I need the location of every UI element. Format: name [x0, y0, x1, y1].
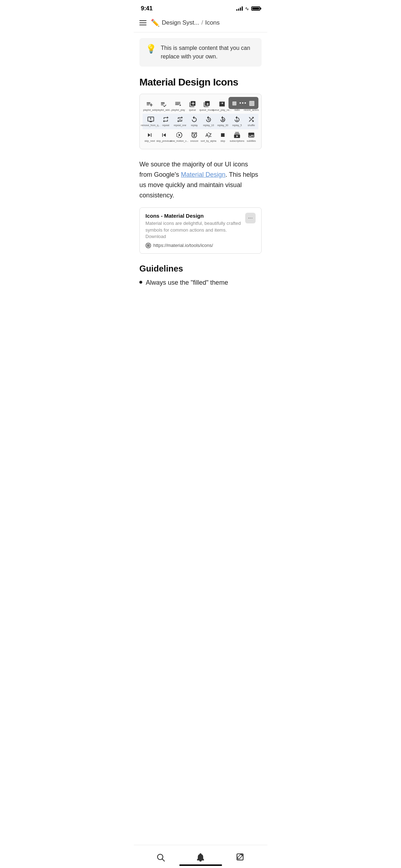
icon-stop: stop	[216, 131, 230, 143]
status-bar: 9:41 ∿	[134, 0, 267, 15]
icon-repeat: repeat	[159, 116, 173, 127]
material-design-link[interactable]: Material Design	[181, 171, 225, 178]
battery-icon	[251, 6, 260, 11]
info-emoji: 💡	[146, 44, 156, 54]
icon-replay-30: replay_30	[216, 116, 230, 127]
icon-remove-from-queue: remove_from_q...	[143, 116, 159, 127]
guidelines-heading: Guidelines	[139, 264, 262, 274]
link-card[interactable]: Icons - Material Design Material icons a…	[139, 207, 262, 254]
icon-skip-next: skip_next	[143, 131, 157, 143]
icon-subscriptions: subscriptions	[230, 131, 244, 143]
link-card-more-button[interactable]: ···	[245, 213, 256, 223]
icon-queue-play-next: queue_play_ne...	[214, 100, 230, 112]
info-text: This is sample content that you can repl…	[161, 44, 255, 61]
icon-sort-by-alpha: sort_by_alpha	[201, 131, 216, 143]
icon-row-2: remove_from_q... repeat repeat_one repla…	[143, 114, 258, 129]
guidelines-item-1: Always use the "filled" theme	[139, 278, 262, 288]
body-text: We source the majority of our UI icons f…	[139, 159, 262, 200]
icon-repeat-one: repeat_one	[173, 116, 187, 127]
link-card-content: Icons - Material Design Material icons a…	[145, 213, 245, 248]
icon-playlist-add: playlist_add	[143, 100, 157, 112]
breadcrumb-separator: /	[201, 19, 203, 26]
icon-playlist-add-check: playlist_add...	[157, 100, 171, 112]
link-card-url: https://material.io/tools/icons/	[145, 243, 245, 248]
status-icons: ∿	[236, 6, 260, 11]
icon-replay: replay	[187, 116, 201, 127]
guidelines-item-text: Always use the "filled" theme	[146, 278, 228, 288]
icon-replay-10: replay_10	[201, 116, 216, 127]
breadcrumb-current-page: Icons	[205, 19, 220, 26]
app-icon: ✏️	[151, 19, 160, 27]
nav-header: ✏️ Design Syst... / Icons	[134, 15, 267, 32]
link-card-description: Material icons are delightful, beautiful…	[145, 220, 245, 240]
icon-queue: queue	[185, 100, 200, 112]
link-card-title: Icons - Material Design	[145, 213, 245, 219]
icons-grid-box: ▩ ▩ playlist_add playlist_add...	[139, 94, 262, 149]
hamburger-menu-button[interactable]	[139, 20, 146, 25]
icon-subtitles: subtitles	[244, 131, 258, 143]
tooltip-person-icon: ▩	[249, 99, 255, 107]
icon-slow-motion-video: slow_motion_v...	[171, 131, 187, 143]
bullet-dot	[139, 281, 142, 284]
icon-row-3: skip_next skip_previous slow_motion_v...…	[143, 129, 258, 145]
status-time: 9:41	[141, 5, 153, 12]
icon-playlist-play: playlist_play	[171, 100, 185, 112]
icon-replay-5: replay_5	[230, 116, 244, 127]
breadcrumb-app-name[interactable]: Design Syst...	[162, 19, 199, 26]
icon-shuffle: shuffle	[244, 116, 258, 127]
icon-skip-previous: skip_previous	[157, 131, 171, 143]
link-card-favicon	[145, 243, 151, 248]
tooltip-dots	[240, 102, 246, 104]
signal-icon	[236, 6, 243, 11]
tooltip-chat-icon: ▩	[232, 100, 237, 106]
section-heading: Material Design Icons	[139, 77, 262, 88]
link-card-url-text: https://material.io/tools/icons/	[153, 243, 213, 248]
icon-queue-music: queue_music	[200, 100, 214, 112]
main-content: 💡 This is sample content that you can re…	[134, 32, 267, 322]
icon-snooze: snooze	[187, 131, 201, 143]
breadcrumb: ✏️ Design Syst... / Icons	[151, 19, 220, 27]
tooltip-overlay: ▩ ▩	[228, 97, 258, 109]
info-box: 💡 This is sample content that you can re…	[139, 38, 262, 67]
wifi-icon: ∿	[245, 6, 249, 11]
